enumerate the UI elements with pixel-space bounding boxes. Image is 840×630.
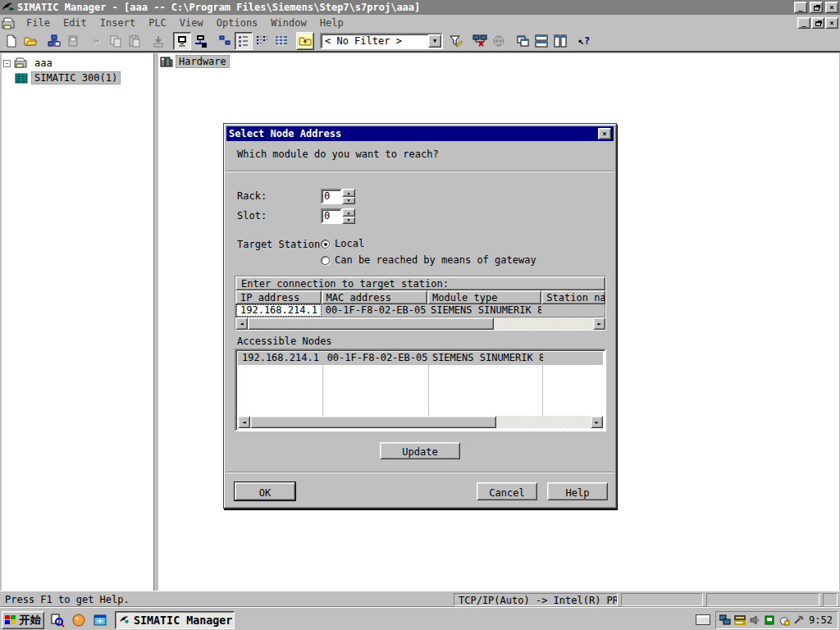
radio-gateway-icon[interactable] <box>321 256 330 265</box>
download-button[interactable] <box>149 32 167 50</box>
hardware-item-label[interactable]: Hardware <box>176 55 230 68</box>
radio-local-label[interactable]: Local <box>335 238 364 249</box>
column-header-ip[interactable]: IP address <box>235 290 322 304</box>
list-view-button[interactable] <box>253 32 272 50</box>
mac-address-cell[interactable]: 00-1F-F8-02-EB-05 <box>322 304 427 317</box>
scrollbar-track[interactable] <box>250 416 591 428</box>
copy-button[interactable] <box>107 32 125 50</box>
scrollbar-thumb[interactable] <box>248 317 494 330</box>
minimize-button[interactable]: _ <box>794 2 807 13</box>
small-icons-button[interactable] <box>235 32 253 50</box>
set-filter-button[interactable] <box>447 32 465 50</box>
ip-address-cell[interactable]: 192.168.214.1 <box>238 352 323 365</box>
cut-button[interactable]: ✂ <box>88 32 106 50</box>
tree-expander-icon[interactable]: - <box>3 60 11 67</box>
module-type-cell[interactable]: SIEMENS SINUMERIK 84┘ <box>427 304 541 317</box>
tree-item-label[interactable]: aaa <box>32 57 55 69</box>
details-view-button[interactable] <box>272 32 290 50</box>
cancel-button[interactable]: Cancel <box>477 482 537 500</box>
scroll-left-icon[interactable]: ◄ <box>238 416 250 428</box>
menu-help[interactable]: Help <box>313 16 350 30</box>
new-project-button[interactable] <box>2 32 21 50</box>
dialog-close-button[interactable]: × <box>598 128 611 139</box>
radio-local[interactable]: Local <box>321 238 364 249</box>
tree-item-project[interactable]: - aaa <box>3 57 152 70</box>
radio-local-icon[interactable] <box>321 240 330 249</box>
column-header-station[interactable]: Station name <box>541 290 605 304</box>
menu-file[interactable]: File <box>20 16 57 30</box>
update-button[interactable]: Update <box>380 442 460 459</box>
mouse-settings-icon[interactable] <box>778 614 790 626</box>
scroll-right-icon[interactable]: ► <box>593 317 605 330</box>
chevron-down-icon[interactable]: ▼ <box>428 34 441 48</box>
dialog-titlebar[interactable]: Select Node Address × <box>226 126 614 141</box>
station-blocks-button[interactable] <box>45 32 63 50</box>
task-simatic-manager[interactable]: SIMATIC Manager - [... <box>115 611 235 629</box>
online-offline-button[interactable] <box>192 32 210 50</box>
module-type-cell[interactable]: SIEMENS SINUMERIK 84┘ <box>428 352 543 365</box>
cascade-windows-button[interactable] <box>514 32 532 50</box>
accessible-node-row[interactable]: 192.168.214.1 00-1F-F8-02-EB-05 SIEMENS … <box>238 352 603 365</box>
paste-button[interactable] <box>126 32 144 50</box>
quick-launch-window-icon[interactable] <box>92 612 108 628</box>
connection-row[interactable]: 192.168.214.1 00-1F-F8-02-EB-05 SIEMENS … <box>235 304 605 317</box>
menu-options[interactable]: Options <box>210 16 265 30</box>
menu-edit[interactable]: Edit <box>57 16 94 30</box>
menu-insert[interactable]: Insert <box>94 16 142 30</box>
tile-vertical-button[interactable] <box>551 32 569 50</box>
ip-address-field[interactable]: 192.168.214.1 <box>236 304 322 317</box>
hardware-item[interactable]: Hardware <box>160 55 230 68</box>
internet-button[interactable] <box>490 32 508 50</box>
project-window-icon[interactable] <box>2 17 16 30</box>
help-button[interactable]: Help <box>547 482 608 500</box>
keyboard-layout-icon[interactable] <box>696 614 710 625</box>
close-button[interactable]: × <box>825 2 838 13</box>
scroll-right-icon[interactable]: ► <box>591 416 603 428</box>
station-name-cell[interactable] <box>541 304 605 317</box>
tree-item-station[interactable]: SIMATIC 300(1) <box>15 71 152 84</box>
mdi-restore-button[interactable] <box>811 17 824 29</box>
scrollbar-thumb[interactable] <box>250 416 496 428</box>
column-header-mac[interactable]: MAC address <box>322 290 427 304</box>
tools-icon[interactable] <box>793 614 805 626</box>
radio-gateway-label[interactable]: Can be reached by means of gateway <box>335 254 536 266</box>
tree-item-label[interactable]: SIMATIC 300(1) <box>31 71 121 84</box>
radio-gateway[interactable]: Can be reached by means of gateway <box>321 254 536 266</box>
quick-launch-viewer-icon[interactable] <box>49 612 66 628</box>
accessible-nodes-button[interactable] <box>173 32 191 50</box>
slot-value[interactable]: 0 <box>321 208 342 224</box>
menu-window[interactable]: Window <box>264 16 313 30</box>
license-manager-icon[interactable] <box>734 614 746 626</box>
ok-button[interactable]: OK <box>235 482 295 500</box>
column-header-module[interactable]: Module type <box>427 290 541 304</box>
context-help-button[interactable]: ↖? <box>575 32 593 50</box>
menu-view[interactable]: View <box>173 16 210 30</box>
rack-stepper[interactable]: 0 ▲ ▼ <box>321 189 355 204</box>
rack-down-icon[interactable]: ▼ <box>342 197 355 205</box>
slot-up-icon[interactable]: ▲ <box>342 208 355 217</box>
restore-button[interactable] <box>810 2 823 13</box>
network-connections-button[interactable] <box>471 32 489 50</box>
rack-up-icon[interactable]: ▲ <box>342 189 355 197</box>
memory-card-button[interactable] <box>64 32 82 50</box>
volume-icon[interactable] <box>749 614 760 626</box>
menu-plc[interactable]: PLC <box>142 16 173 30</box>
large-icons-button[interactable] <box>216 32 234 50</box>
slot-down-icon[interactable]: ▼ <box>342 217 355 225</box>
open-project-button[interactable] <box>21 32 39 50</box>
mdi-close-button[interactable]: × <box>825 17 838 29</box>
quick-launch-ball-icon[interactable] <box>71 612 87 628</box>
network-tray-icon[interactable] <box>719 614 731 626</box>
start-button[interactable]: 开始 <box>2 611 44 629</box>
rack-value[interactable]: 0 <box>321 189 342 204</box>
connection-scrollbar[interactable]: ◄ ► <box>235 317 605 330</box>
scrollbar-track[interactable] <box>248 317 593 330</box>
up-one-level-button[interactable] <box>296 32 314 50</box>
station-name-cell[interactable] <box>543 352 603 365</box>
filter-select[interactable]: < No Filter > ▼ <box>320 33 443 49</box>
pc-adapter-icon[interactable] <box>764 614 775 626</box>
scroll-left-icon[interactable]: ◄ <box>235 317 248 330</box>
tray-clock[interactable]: 9:52 <box>809 614 833 626</box>
mdi-minimize-button[interactable]: _ <box>797 17 810 29</box>
tile-horizontal-button[interactable] <box>532 32 550 50</box>
